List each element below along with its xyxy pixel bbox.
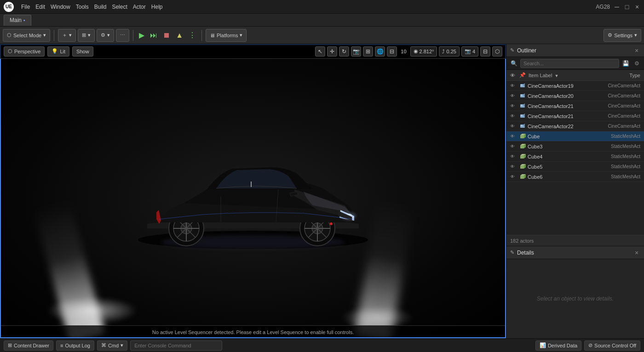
svg-rect-44 xyxy=(520,155,524,159)
main-tab[interactable]: Main • xyxy=(4,15,31,26)
menu-file[interactable]: File xyxy=(21,4,30,10)
cmd-button[interactable]: ⌘ Cmd ▾ xyxy=(97,341,127,351)
source-control-button[interactable]: ⊘ Source Control Off xyxy=(584,341,640,351)
tab-label: Main xyxy=(10,17,22,23)
outliner-item[interactable]: 👁CineCameraActor19CineCameraAct xyxy=(506,81,644,91)
menu-actor[interactable]: Actor xyxy=(133,4,146,10)
details-close-button[interactable]: × xyxy=(633,249,640,256)
platforms-button[interactable]: 🖥 Platforms ▾ xyxy=(206,29,247,42)
right-panel: ✎ Outliner × 🔍 💾 ⚙ 👁 📌 Item Label ▼ Type xyxy=(506,44,644,338)
viewport-container[interactable]: ⬡ Perspective 💡 Lit Show ↖ ✛ ↻ 📷 ⊞ 🌐 ⊟ 1… xyxy=(0,44,506,338)
outliner-item[interactable]: 👁Cube4StaticMeshAct xyxy=(506,152,644,162)
menu-select[interactable]: Select xyxy=(112,4,127,10)
outliner-item[interactable]: 👁CubeStaticMeshAct xyxy=(506,131,644,142)
derived-data-label: Derived Data xyxy=(548,343,577,348)
menu-edit[interactable]: Edit xyxy=(35,4,45,10)
mesh-icon xyxy=(519,143,526,150)
details-header: ✎ Details × xyxy=(506,246,644,259)
item-type-text: CineCameraAct xyxy=(599,114,640,119)
item-type-text: StaticMeshAct xyxy=(599,144,640,149)
outliner-search-input[interactable] xyxy=(520,59,619,68)
content-drawer-button[interactable]: ⊞ Content Drawer xyxy=(4,341,53,351)
maximize-button[interactable]: □ xyxy=(624,4,630,10)
menu-window[interactable]: Window xyxy=(51,4,70,10)
close-button[interactable]: × xyxy=(634,4,640,10)
outliner-close-button[interactable]: × xyxy=(633,47,640,54)
menu-help[interactable]: Help xyxy=(151,4,163,10)
camera-icon xyxy=(519,113,526,120)
snap-button[interactable]: ⊞ ▾ xyxy=(78,29,95,42)
outliner-pencil-icon: ✎ xyxy=(510,47,514,53)
save-search-icon[interactable]: 💾 xyxy=(621,59,630,68)
show-button[interactable]: Show xyxy=(72,46,93,57)
select-mode-button[interactable]: ⬡ Select Mode ▾ xyxy=(3,29,50,42)
settings-button[interactable]: ⚙ Settings ▾ xyxy=(604,29,641,42)
item-visibility-icon: 👁 xyxy=(510,124,519,129)
speed-value: 0.25 xyxy=(446,49,456,54)
add-actor-button[interactable]: ＋ ▾ xyxy=(58,29,76,42)
outliner-search-bar: 🔍 💾 ⚙ xyxy=(506,57,644,70)
svg-rect-37 xyxy=(521,125,522,126)
extra-play-button[interactable]: ⋮ xyxy=(187,31,198,40)
grid-view-button[interactable]: ⊞ xyxy=(363,46,373,57)
content-drawer-label: Content Drawer xyxy=(14,343,49,348)
item-label-text: Cube xyxy=(528,134,599,139)
console-command-input[interactable] xyxy=(130,341,222,351)
skip-forward-button[interactable]: ⏭ xyxy=(148,31,159,40)
viewport-options-button[interactable]: ⊟ xyxy=(480,46,490,57)
svg-rect-28 xyxy=(521,95,522,96)
item-visibility-icon: 👁 xyxy=(510,114,519,119)
type-col-header[interactable]: Type xyxy=(594,73,640,78)
tab-bar: Main • xyxy=(0,14,644,27)
menu-tools[interactable]: Tools xyxy=(76,4,89,10)
outliner-item[interactable]: 👁Cube5StaticMeshAct xyxy=(506,162,644,172)
menu-build[interactable]: Build xyxy=(94,4,107,10)
outliner-item[interactable]: 👁CineCameraActor21CineCameraAct xyxy=(506,101,644,111)
play-button[interactable]: ▶ xyxy=(137,31,146,40)
item-label-text: Cube6 xyxy=(528,174,599,180)
world-icon-button[interactable]: 🌐 xyxy=(375,46,385,57)
outliner-column-headers: 👁 📌 Item Label ▼ Type xyxy=(506,70,644,81)
derived-data-button[interactable]: 📊 Derived Data xyxy=(535,341,581,351)
speed-icon: ⤴ xyxy=(442,49,445,54)
build-options-button[interactable]: ⚙ ▾ xyxy=(97,29,114,42)
mesh-icon xyxy=(519,173,526,181)
outliner-item[interactable]: 👁CineCameraActor21CineCameraAct xyxy=(506,111,644,121)
outliner-item[interactable]: 👁Cube3StaticMeshAct xyxy=(506,142,644,152)
sort-arrow-icon: ▼ xyxy=(554,74,558,78)
item-type-text: StaticMeshAct xyxy=(599,134,640,139)
svg-rect-31 xyxy=(521,105,522,106)
outliner-title: Outliner xyxy=(517,47,630,54)
camera-button[interactable]: 📷 xyxy=(351,46,361,57)
viewport-maximize-button[interactable]: ⬡ xyxy=(492,46,502,57)
outliner-item[interactable]: 👁CineCameraActor22CineCameraAct xyxy=(506,121,644,131)
item-label-text: CineCameraActor21 xyxy=(528,114,599,119)
car-scene xyxy=(0,59,506,338)
item-label-text: Cube3 xyxy=(528,144,599,149)
rotate-tool-button[interactable]: ↻ xyxy=(339,46,349,57)
more-options-button[interactable]: ⋯ xyxy=(116,29,129,42)
lit-button[interactable]: 💡 Lit xyxy=(47,46,69,57)
window-title: AG28 xyxy=(596,4,610,10)
svg-rect-38 xyxy=(520,135,524,138)
mesh-icon xyxy=(519,163,526,170)
translate-tool-button[interactable]: ✛ xyxy=(327,46,337,57)
cursor-tool-button[interactable]: ↖ xyxy=(315,46,325,57)
viewport-grid-button[interactable]: ⊟ xyxy=(387,46,397,57)
outliner-item[interactable]: 👁CineCameraActor20CineCameraAct xyxy=(506,91,644,101)
label-col-header[interactable]: Item Label ▼ xyxy=(529,73,594,78)
perspective-button[interactable]: ⬡ Perspective xyxy=(4,46,45,57)
add-actor-icon: ＋ xyxy=(62,32,67,39)
output-log-button[interactable]: ≡ Output Log xyxy=(56,341,94,351)
outliner-item[interactable]: 👁Cube6StaticMeshAct xyxy=(506,172,644,182)
select-mode-icon: ⬡ xyxy=(7,32,12,38)
mesh-icon xyxy=(519,153,526,160)
minimize-button[interactable]: ─ xyxy=(614,4,620,10)
mesh-icon xyxy=(519,133,526,140)
details-empty-text: Select an object to view details. xyxy=(537,295,614,302)
stop-button[interactable]: ⏹ xyxy=(161,31,172,40)
search-settings-icon[interactable]: ⚙ xyxy=(632,59,641,68)
pause-button[interactable]: ▲ xyxy=(174,31,185,40)
platforms-label: Platforms xyxy=(217,33,238,38)
speed-display: ⤴ 0.25 xyxy=(439,46,459,57)
